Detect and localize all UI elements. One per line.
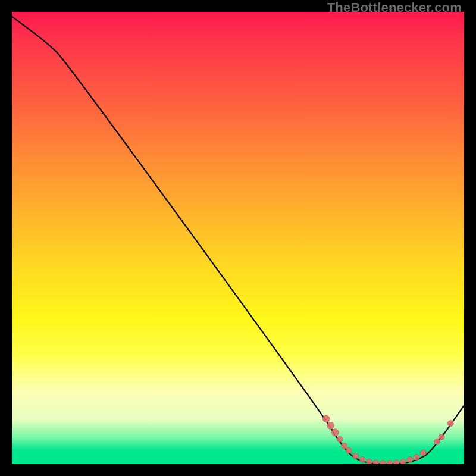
data-marker (407, 456, 413, 462)
data-markers (322, 415, 453, 464)
data-marker (366, 459, 372, 464)
data-marker (439, 434, 444, 440)
watermark-text: TheBottlenecker.com (327, 0, 462, 15)
data-marker (353, 453, 359, 459)
data-marker (342, 443, 347, 449)
data-marker (373, 460, 379, 464)
chart-svg (12, 12, 464, 464)
bottleneck-curve-line (12, 17, 464, 464)
data-marker (380, 460, 386, 464)
data-marker (434, 439, 440, 444)
data-marker (331, 429, 339, 436)
data-marker (400, 459, 406, 464)
data-marker (327, 422, 334, 429)
data-marker (359, 456, 365, 462)
data-marker (337, 436, 343, 442)
data-marker (387, 460, 393, 464)
data-marker (346, 447, 352, 453)
curve-group (12, 17, 464, 464)
chart-frame: TheBottlenecker.com (0, 0, 476, 476)
data-marker (393, 460, 399, 464)
data-marker (447, 421, 453, 427)
data-marker (421, 450, 427, 456)
data-marker (322, 415, 330, 422)
plot-area (12, 12, 464, 464)
data-marker (414, 455, 419, 461)
